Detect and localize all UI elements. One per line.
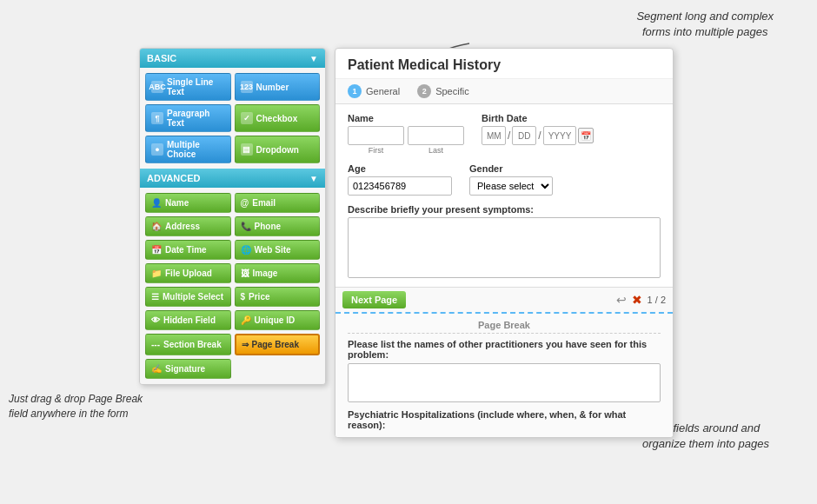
- advanced-arrow: ▼: [309, 174, 318, 183]
- single-line-text-label: Single Line Text: [167, 77, 225, 96]
- paragraph-icon: ¶: [151, 112, 163, 124]
- page-indicator: ↩ ✖ 1 / 2: [616, 293, 666, 307]
- name-group: Name First Last: [348, 113, 464, 155]
- date-icon: 📅: [151, 245, 162, 255]
- phone-label: Phone: [255, 222, 282, 231]
- price-label: Price: [249, 292, 269, 302]
- dd-input[interactable]: [512, 126, 536, 145]
- tab-general-num: 1: [348, 84, 362, 98]
- checkbox-icon: ✓: [241, 112, 253, 124]
- calendar-icon[interactable]: 📅: [578, 128, 594, 143]
- tab-specific[interactable]: 2 Specific: [417, 84, 469, 98]
- image-label: Image: [253, 269, 278, 278]
- checkbox-btn[interactable]: ✓ Checkbox: [235, 104, 321, 132]
- age-input[interactable]: [348, 176, 452, 196]
- tab-specific-num: 2: [417, 84, 431, 98]
- file-upload-label: File Upload: [165, 269, 212, 278]
- unique-id-label: Unique ID: [255, 315, 296, 325]
- next-page-button[interactable]: Next Page: [342, 291, 406, 308]
- birthdate-group: Birth Date / / 📅: [482, 113, 594, 155]
- signature-icon: ✍: [151, 364, 162, 374]
- first-name-input[interactable]: [348, 126, 404, 145]
- tab-general-label: General: [366, 86, 400, 96]
- delete-icon[interactable]: ✖: [632, 293, 642, 307]
- symptoms-group: Describe briefly your present symptoms:: [348, 204, 661, 278]
- unique-id-btn[interactable]: 🔑 Unique ID: [235, 310, 321, 330]
- gender-group: Gender Please select Male Female Other: [469, 163, 553, 196]
- age-label: Age: [348, 163, 452, 174]
- advanced-label: ADVANCED: [147, 173, 201, 183]
- image-btn[interactable]: 🖼 Image: [235, 263, 321, 283]
- single-line-text-btn[interactable]: ABC Single Line Text: [145, 73, 231, 101]
- address-btn[interactable]: 🏠 Address: [145, 216, 231, 236]
- section-break-label: Section Break: [163, 340, 222, 349]
- multiple-select-btn[interactable]: ☰ Multiple Select: [145, 287, 231, 307]
- multiple-select-label: Multiple Select: [163, 292, 223, 302]
- slash1: /: [508, 129, 510, 142]
- page-break-icon: ⇒: [242, 340, 249, 349]
- section-break-btn[interactable]: --- Section Break: [145, 334, 231, 355]
- page-break-btn[interactable]: ⇒ Page Break: [235, 334, 321, 355]
- web-icon: 🌐: [241, 245, 251, 255]
- practitioners-answer[interactable]: [348, 363, 661, 402]
- date-time-btn[interactable]: 📅 Date Time: [145, 240, 231, 260]
- phone-icon: 📞: [241, 222, 251, 231]
- last-label: Last: [428, 146, 443, 155]
- address-icon: 🏠: [151, 222, 162, 231]
- page-controls: Next Page ↩ ✖ 1 / 2: [335, 287, 673, 312]
- hidden-field-btn[interactable]: 👁 Hidden Field: [145, 310, 231, 330]
- form-title: Patient Medical History: [335, 49, 673, 79]
- name-fields: First Last: [348, 126, 464, 155]
- last-name-input[interactable]: [408, 126, 464, 145]
- web-site-label: Web Site: [255, 245, 291, 255]
- number-icon: 123: [241, 81, 253, 93]
- dropdown-icon: ▤: [241, 143, 253, 156]
- symptoms-textarea[interactable]: [348, 217, 661, 278]
- annotation-bottom-left: Just drag & drop Page Break field anywhe…: [9, 392, 143, 421]
- advanced-buttons-container: 👤 Name @ Email 🏠 Address 📞 Phone 📅 Date …: [140, 188, 325, 384]
- checkbox-label: Checkbox: [256, 114, 298, 123]
- price-btn[interactable]: $ Price: [235, 287, 321, 307]
- mm-input[interactable]: [482, 126, 506, 145]
- price-icon: $: [241, 292, 246, 302]
- image-icon: 🖼: [241, 269, 249, 278]
- signature-btn[interactable]: ✍ Signature: [145, 359, 231, 379]
- tab-specific-label: Specific: [435, 86, 469, 96]
- practitioners-question: Please list the names of other practitio…: [348, 339, 661, 360]
- form-tabs: 1 General 2 Specific: [335, 79, 673, 104]
- slash2: /: [538, 129, 541, 142]
- basic-arrow: ▼: [309, 54, 318, 63]
- hidden-icon: 👁: [151, 315, 160, 325]
- name-btn[interactable]: 👤 Name: [145, 193, 231, 213]
- gender-select[interactable]: Please select Male Female Other: [469, 176, 553, 196]
- yyyy-input[interactable]: [543, 126, 576, 145]
- web-site-btn[interactable]: 🌐 Web Site: [235, 240, 321, 260]
- email-btn[interactable]: @ Email: [235, 193, 321, 213]
- hidden-field-label: Hidden Field: [163, 315, 216, 325]
- name-icon: 👤: [151, 198, 162, 208]
- file-upload-btn[interactable]: 📁 File Upload: [145, 263, 231, 283]
- date-time-label: Date Time: [165, 245, 207, 255]
- dropdown-btn[interactable]: ▤ Dropdown: [235, 136, 321, 163]
- phone-btn[interactable]: 📞 Phone: [235, 216, 321, 236]
- form-panel: Patient Medical History 1 General 2 Spec…: [335, 48, 674, 438]
- paragraph-label: Paragraph Text: [167, 109, 225, 128]
- basic-section-header: BASIC ▼: [140, 49, 325, 68]
- first-label: First: [369, 146, 384, 155]
- name-label: Name: [165, 198, 189, 208]
- birthdate-label: Birth Date: [482, 113, 594, 123]
- annotation-top: Segment long and complex forms into mult…: [636, 9, 774, 40]
- multiple-choice-btn[interactable]: ● Multiple Choice: [145, 136, 231, 163]
- paragraph-text-btn[interactable]: ¶ Paragraph Text: [145, 104, 231, 132]
- first-name-sub: First: [348, 126, 404, 155]
- multiple-select-icon: ☰: [151, 292, 159, 302]
- age-group: Age: [348, 163, 452, 196]
- gender-label: Gender: [469, 163, 553, 174]
- undo-icon[interactable]: ↩: [616, 293, 627, 307]
- last-name-sub: Last: [408, 126, 464, 155]
- number-btn[interactable]: 123 Number: [235, 73, 321, 101]
- unique-id-icon: 🔑: [241, 315, 251, 325]
- advanced-section-header: ADVANCED ▼: [140, 169, 325, 188]
- abc-icon: ABC: [151, 81, 163, 93]
- tab-general[interactable]: 1 General: [348, 84, 400, 98]
